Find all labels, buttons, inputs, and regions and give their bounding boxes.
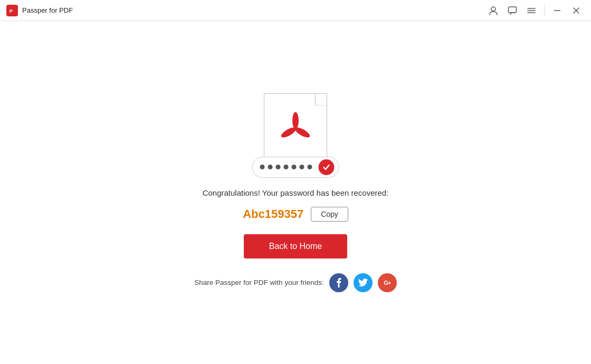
dot-6: [300, 165, 304, 169]
twitter-share-button[interactable]: [354, 273, 373, 292]
main-content: Congratulations! Your password has been …: [0, 21, 591, 364]
user-button[interactable]: [485, 2, 502, 19]
app-logo: P: [6, 5, 18, 16]
pdf-document: [264, 93, 327, 167]
svg-point-11: [293, 125, 311, 139]
dot-7: [308, 165, 312, 169]
pdf-illustration: [259, 93, 332, 178]
password-dots: [257, 165, 319, 169]
dot-5: [292, 165, 297, 169]
google-share-button[interactable]: G+: [378, 273, 397, 292]
facebook-share-button[interactable]: [329, 273, 348, 292]
app-title: Passper for PDF: [22, 6, 485, 14]
congrats-message: Congratulations! Your password has been …: [203, 188, 389, 197]
dot-2: [268, 165, 273, 169]
copy-button[interactable]: Copy: [311, 207, 348, 222]
google-plus-label: G+: [384, 280, 390, 286]
svg-point-12: [280, 125, 298, 139]
svg-point-10: [292, 112, 299, 129]
dot-3: [276, 165, 281, 169]
password-row: Abc159357 Copy: [243, 207, 348, 222]
svg-rect-3: [509, 7, 517, 13]
share-text: Share Passper for PDF with your friends:: [194, 279, 323, 286]
svg-text:P: P: [9, 8, 13, 14]
titlebar: P Passper for PDF: [0, 0, 591, 21]
share-row: Share Passper for PDF with your friends:…: [194, 273, 396, 292]
minimize-button[interactable]: [549, 2, 566, 19]
success-check-circle: [319, 159, 335, 175]
svg-point-2: [491, 7, 495, 11]
password-indicator-bar: [252, 157, 339, 178]
titlebar-separator: [544, 5, 545, 16]
back-to-home-button[interactable]: Back to Home: [244, 234, 347, 258]
pdf-doc-corner: [315, 94, 327, 106]
pdf-doc-body: [264, 93, 327, 167]
pdf-logo: [277, 110, 314, 147]
dot-4: [284, 165, 289, 169]
window-controls: [485, 2, 585, 19]
menu-button[interactable]: [523, 2, 540, 19]
dot-1: [260, 165, 265, 169]
recovered-password: Abc159357: [243, 207, 303, 221]
chat-button[interactable]: [504, 2, 521, 19]
close-button[interactable]: [568, 2, 585, 19]
